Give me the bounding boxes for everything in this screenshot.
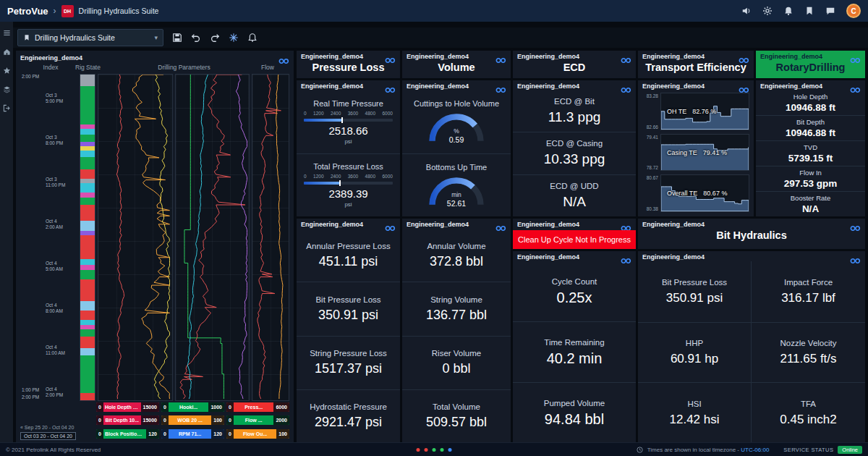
- bit-hydraulics-header: Engineering_demo4 Bit Hydraulics: [638, 219, 865, 249]
- curve-legend-pill[interactable]: 0Press...6000: [226, 402, 289, 412]
- outer-time-axis: 2:00 PM 1:00 PM 2:00 PM: [20, 74, 42, 401]
- tick-label: 2400: [331, 174, 341, 179]
- value-label: Cycle Count: [552, 277, 597, 286]
- curve-legend-pill[interactable]: 0Hookl...1000: [161, 402, 224, 412]
- datasource-label: Engineering_demo4: [642, 253, 705, 261]
- time-label: Oct 3 11:00 PM: [46, 177, 77, 188]
- datasource-icon[interactable]: [850, 83, 861, 90]
- service-status-badge[interactable]: Online: [838, 446, 862, 454]
- brand-logo[interactable]: PetroVue: [7, 6, 48, 17]
- series-value: 80.67 %: [703, 190, 727, 197]
- drilling-parameters-track-2[interactable]: [175, 74, 250, 401]
- curve-legends: 0Hole Depth 1...150000Hookl...10000Press…: [96, 402, 289, 440]
- user-avatar[interactable]: C: [846, 4, 861, 18]
- signout-icon[interactable]: [3, 104, 11, 112]
- rig-state-strip[interactable]: [80, 74, 95, 401]
- tick-label: 3600: [348, 174, 358, 179]
- value-reading: 40.2 min: [547, 350, 603, 367]
- star-icon[interactable]: [3, 67, 11, 75]
- bell-icon[interactable]: [247, 33, 258, 43]
- transport-efficiency-panel: Engineering_demo4 83.2882.66 OH TE82.76 …: [638, 80, 754, 216]
- gauge-label: Cuttings to Hole Volume: [414, 99, 499, 108]
- value-row: ECD @ Casing10.33 ppg: [513, 132, 636, 174]
- save-icon[interactable]: [172, 33, 182, 43]
- gauge-scale: 012002400360048006000: [304, 174, 393, 179]
- gear-icon[interactable]: [762, 6, 773, 16]
- value-row: Hole Depth10946.88 ft: [756, 90, 865, 115]
- status-dot[interactable]: [417, 448, 420, 452]
- datasource-icon[interactable]: [621, 54, 631, 60]
- curve-legend-pill[interactable]: 0Flow ...2000: [226, 415, 289, 425]
- status-dot[interactable]: [448, 448, 452, 452]
- datasource-icon[interactable]: [850, 254, 861, 261]
- datasource-icon[interactable]: [385, 54, 396, 60]
- value-reading: 350.91 psi: [318, 308, 378, 323]
- value-reading: 0.25x: [557, 290, 592, 306]
- redo-icon[interactable]: [210, 33, 220, 43]
- curve-legend-pill[interactable]: 0Flow Ou...100: [226, 429, 289, 439]
- datasource-icon[interactable]: [278, 54, 289, 61]
- series-value: 82.76 %: [692, 108, 716, 115]
- layers-icon[interactable]: [3, 85, 11, 93]
- value-label: Impact Force: [784, 278, 833, 287]
- curve-legend-pill[interactable]: 0WOB 20 ...100: [161, 415, 224, 425]
- datasource-icon[interactable]: [739, 54, 749, 60]
- statusbar-right: Times are shown in local timezone - UTC-…: [637, 446, 862, 454]
- axis-label: 80.67: [647, 175, 658, 180]
- datasource-icon[interactable]: [621, 254, 631, 261]
- widget-grid: Engineering_demo4 Pressure Loss Engineer…: [297, 51, 865, 443]
- status-dot[interactable]: [425, 448, 428, 452]
- rig-state-segment: [80, 270, 95, 279]
- value-reading: 451.11 psi: [319, 254, 378, 269]
- status-dot[interactable]: [441, 448, 444, 452]
- datasource-icon[interactable]: [495, 221, 506, 228]
- datasource-icon[interactable]: [385, 83, 396, 90]
- home-icon[interactable]: [3, 48, 11, 56]
- datasource-icon[interactable]: [850, 221, 861, 228]
- datasource-icon[interactable]: [495, 83, 506, 90]
- flow-track[interactable]: [252, 74, 289, 401]
- topbar-actions: C: [741, 4, 861, 18]
- total-pressure-loss-gauge: Total Pressure Loss 01200240036004800600…: [297, 153, 400, 217]
- curve-legend-pill[interactable]: 0Hole Depth 1...15000: [96, 402, 159, 412]
- rig-state-segment: [80, 265, 95, 271]
- datasource-label: Engineering_demo4: [517, 53, 579, 60]
- cleanup-status-banner: Clean Up Cycle Not In Progress: [513, 230, 636, 249]
- top-bar: PetroVue › DH Drilling Hydraulics Suite …: [0, 0, 868, 22]
- curve-legend-pill[interactable]: 0Block Position 4...120: [96, 429, 159, 439]
- datasource-icon[interactable]: [621, 83, 631, 90]
- value-row: TVD5739.15 ft: [756, 140, 865, 166]
- datasource-icon[interactable]: [385, 221, 396, 228]
- bell-icon[interactable]: [783, 6, 793, 16]
- bookmark-icon[interactable]: [804, 6, 814, 16]
- menu-icon[interactable]: [3, 29, 11, 37]
- overall-te-chart: 80.6780.38 Overall TE80.67 %: [639, 174, 749, 212]
- datasource-icon[interactable]: [850, 54, 861, 60]
- status-dot[interactable]: [433, 448, 436, 452]
- chat-icon[interactable]: [825, 6, 835, 16]
- undo-icon[interactable]: [191, 33, 201, 43]
- transport-efficiency-charts: 83.2882.66 OH TE82.76 % 79.4178.72 Casin…: [638, 90, 754, 216]
- speaker-icon[interactable]: [741, 6, 752, 16]
- snowflake-icon[interactable]: [229, 33, 239, 43]
- value-cell: Nozzle Velocity211.65 ft/s: [752, 322, 865, 383]
- time-range-selector[interactable]: Oct 03 20 - Oct 04 20: [20, 432, 76, 440]
- breadcrumb[interactable]: Drilling Hydraulics Suite: [79, 7, 159, 15]
- datasource-icon[interactable]: [739, 83, 749, 90]
- inner-time-axis: Oct 3 5:00 PMOct 3 8:00 PMOct 3 11:00 PM…: [44, 74, 77, 401]
- datasource-icon[interactable]: [495, 54, 506, 60]
- value-label: HHP: [686, 339, 703, 347]
- drilling-parameters-track-1[interactable]: [98, 74, 173, 401]
- bit-hydraulics-values-panel: Engineering_demo4 Bit Pressure Loss350.9…: [638, 251, 865, 443]
- datasource-label: Engineering_demo4: [407, 221, 469, 228]
- pressure-gauges-panel: Engineering_demo4 Real Time Pressure 012…: [297, 80, 400, 216]
- value-row: Time Remaining40.2 min: [513, 321, 636, 382]
- curve-legend-pill[interactable]: 0Bit Depth 10...15000: [96, 415, 159, 425]
- axis-label: 83.28: [647, 93, 658, 98]
- datasource-icon[interactable]: [621, 221, 631, 228]
- widget-header-volume: Engineering_demo4 Volume: [402, 51, 511, 78]
- curve-legend-pill[interactable]: 0RPM 71...120: [161, 429, 224, 439]
- dashboard-selector[interactable]: Drilling Hydraulics Suite ▾: [17, 29, 163, 46]
- rig-state-segment: [80, 337, 95, 348]
- bit-hydraulics-widget: Engineering_demo4 Bit Hydraulics Enginee…: [638, 219, 865, 443]
